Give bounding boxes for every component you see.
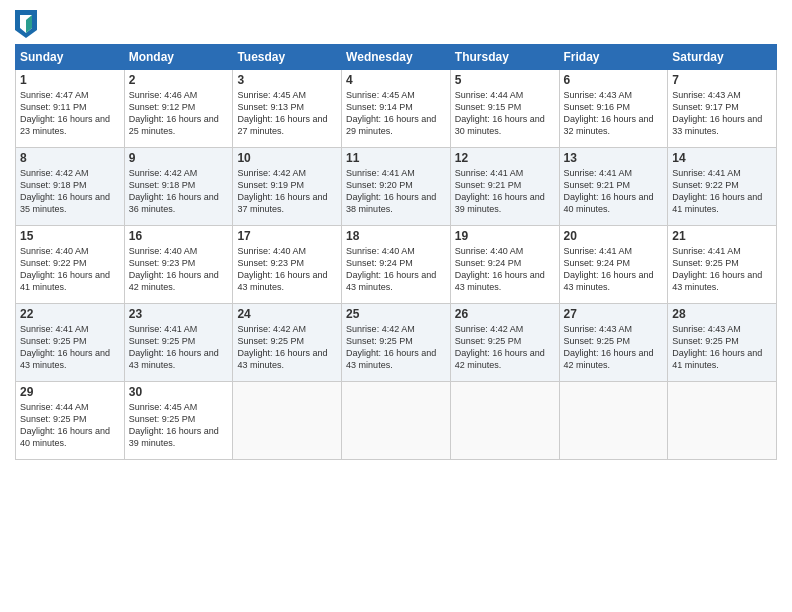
day-info: Sunrise: 4:41 AMSunset: 9:25 PMDaylight:… — [129, 323, 229, 372]
day-number: 15 — [20, 229, 120, 243]
day-info: Sunrise: 4:41 AMSunset: 9:25 PMDaylight:… — [20, 323, 120, 372]
calendar-cell: 21Sunrise: 4:41 AMSunset: 9:25 PMDayligh… — [668, 226, 777, 304]
day-number: 9 — [129, 151, 229, 165]
day-info: Sunrise: 4:44 AMSunset: 9:15 PMDaylight:… — [455, 89, 555, 138]
calendar-cell: 1Sunrise: 4:47 AMSunset: 9:11 PMDaylight… — [16, 70, 125, 148]
day-number: 29 — [20, 385, 120, 399]
calendar-cell: 9Sunrise: 4:42 AMSunset: 9:18 PMDaylight… — [124, 148, 233, 226]
day-number: 5 — [455, 73, 555, 87]
calendar-week-3: 15Sunrise: 4:40 AMSunset: 9:22 PMDayligh… — [16, 226, 777, 304]
calendar-cell: 24Sunrise: 4:42 AMSunset: 9:25 PMDayligh… — [233, 304, 342, 382]
day-info: Sunrise: 4:41 AMSunset: 9:22 PMDaylight:… — [672, 167, 772, 216]
calendar-cell: 2Sunrise: 4:46 AMSunset: 9:12 PMDaylight… — [124, 70, 233, 148]
day-info: Sunrise: 4:42 AMSunset: 9:25 PMDaylight:… — [346, 323, 446, 372]
calendar-cell: 14Sunrise: 4:41 AMSunset: 9:22 PMDayligh… — [668, 148, 777, 226]
day-number: 3 — [237, 73, 337, 87]
day-info: Sunrise: 4:41 AMSunset: 9:21 PMDaylight:… — [564, 167, 664, 216]
day-info: Sunrise: 4:41 AMSunset: 9:20 PMDaylight:… — [346, 167, 446, 216]
calendar-cell: 3Sunrise: 4:45 AMSunset: 9:13 PMDaylight… — [233, 70, 342, 148]
calendar-cell: 22Sunrise: 4:41 AMSunset: 9:25 PMDayligh… — [16, 304, 125, 382]
calendar-cell: 18Sunrise: 4:40 AMSunset: 9:24 PMDayligh… — [342, 226, 451, 304]
day-number: 19 — [455, 229, 555, 243]
day-info: Sunrise: 4:45 AMSunset: 9:25 PMDaylight:… — [129, 401, 229, 450]
calendar-cell: 23Sunrise: 4:41 AMSunset: 9:25 PMDayligh… — [124, 304, 233, 382]
col-monday: Monday — [124, 45, 233, 70]
calendar-table: Sunday Monday Tuesday Wednesday Thursday… — [15, 44, 777, 460]
day-number: 7 — [672, 73, 772, 87]
day-number: 17 — [237, 229, 337, 243]
logo-icon — [15, 10, 37, 38]
col-friday: Friday — [559, 45, 668, 70]
day-info: Sunrise: 4:41 AMSunset: 9:21 PMDaylight:… — [455, 167, 555, 216]
day-info: Sunrise: 4:44 AMSunset: 9:25 PMDaylight:… — [20, 401, 120, 450]
day-info: Sunrise: 4:45 AMSunset: 9:13 PMDaylight:… — [237, 89, 337, 138]
day-number: 11 — [346, 151, 446, 165]
header-row: Sunday Monday Tuesday Wednesday Thursday… — [16, 45, 777, 70]
calendar-cell — [233, 382, 342, 460]
col-tuesday: Tuesday — [233, 45, 342, 70]
calendar-cell: 28Sunrise: 4:43 AMSunset: 9:25 PMDayligh… — [668, 304, 777, 382]
day-number: 8 — [20, 151, 120, 165]
calendar-cell — [450, 382, 559, 460]
calendar-cell: 11Sunrise: 4:41 AMSunset: 9:20 PMDayligh… — [342, 148, 451, 226]
day-number: 23 — [129, 307, 229, 321]
col-wednesday: Wednesday — [342, 45, 451, 70]
calendar-week-4: 22Sunrise: 4:41 AMSunset: 9:25 PMDayligh… — [16, 304, 777, 382]
col-saturday: Saturday — [668, 45, 777, 70]
day-info: Sunrise: 4:41 AMSunset: 9:25 PMDaylight:… — [672, 245, 772, 294]
calendar-cell: 30Sunrise: 4:45 AMSunset: 9:25 PMDayligh… — [124, 382, 233, 460]
col-thursday: Thursday — [450, 45, 559, 70]
calendar-cell: 19Sunrise: 4:40 AMSunset: 9:24 PMDayligh… — [450, 226, 559, 304]
calendar-cell: 15Sunrise: 4:40 AMSunset: 9:22 PMDayligh… — [16, 226, 125, 304]
day-number: 26 — [455, 307, 555, 321]
day-number: 22 — [20, 307, 120, 321]
day-number: 21 — [672, 229, 772, 243]
day-number: 1 — [20, 73, 120, 87]
calendar-cell — [342, 382, 451, 460]
day-info: Sunrise: 4:41 AMSunset: 9:24 PMDaylight:… — [564, 245, 664, 294]
calendar-cell: 16Sunrise: 4:40 AMSunset: 9:23 PMDayligh… — [124, 226, 233, 304]
day-number: 16 — [129, 229, 229, 243]
calendar-cell: 8Sunrise: 4:42 AMSunset: 9:18 PMDaylight… — [16, 148, 125, 226]
day-info: Sunrise: 4:43 AMSunset: 9:16 PMDaylight:… — [564, 89, 664, 138]
day-info: Sunrise: 4:43 AMSunset: 9:17 PMDaylight:… — [672, 89, 772, 138]
day-info: Sunrise: 4:42 AMSunset: 9:25 PMDaylight:… — [237, 323, 337, 372]
calendar-week-5: 29Sunrise: 4:44 AMSunset: 9:25 PMDayligh… — [16, 382, 777, 460]
day-number: 13 — [564, 151, 664, 165]
day-info: Sunrise: 4:40 AMSunset: 9:23 PMDaylight:… — [237, 245, 337, 294]
calendar-week-2: 8Sunrise: 4:42 AMSunset: 9:18 PMDaylight… — [16, 148, 777, 226]
day-info: Sunrise: 4:45 AMSunset: 9:14 PMDaylight:… — [346, 89, 446, 138]
calendar-cell: 25Sunrise: 4:42 AMSunset: 9:25 PMDayligh… — [342, 304, 451, 382]
calendar-page: Sunday Monday Tuesday Wednesday Thursday… — [0, 0, 792, 612]
day-number: 10 — [237, 151, 337, 165]
calendar-cell: 4Sunrise: 4:45 AMSunset: 9:14 PMDaylight… — [342, 70, 451, 148]
day-info: Sunrise: 4:46 AMSunset: 9:12 PMDaylight:… — [129, 89, 229, 138]
calendar-cell: 5Sunrise: 4:44 AMSunset: 9:15 PMDaylight… — [450, 70, 559, 148]
day-info: Sunrise: 4:43 AMSunset: 9:25 PMDaylight:… — [564, 323, 664, 372]
day-info: Sunrise: 4:42 AMSunset: 9:25 PMDaylight:… — [455, 323, 555, 372]
calendar-week-1: 1Sunrise: 4:47 AMSunset: 9:11 PMDaylight… — [16, 70, 777, 148]
calendar-cell: 26Sunrise: 4:42 AMSunset: 9:25 PMDayligh… — [450, 304, 559, 382]
day-info: Sunrise: 4:40 AMSunset: 9:24 PMDaylight:… — [455, 245, 555, 294]
header — [15, 10, 777, 38]
day-info: Sunrise: 4:42 AMSunset: 9:18 PMDaylight:… — [20, 167, 120, 216]
logo — [15, 10, 40, 38]
calendar-cell: 20Sunrise: 4:41 AMSunset: 9:24 PMDayligh… — [559, 226, 668, 304]
calendar-cell — [559, 382, 668, 460]
calendar-cell: 7Sunrise: 4:43 AMSunset: 9:17 PMDaylight… — [668, 70, 777, 148]
day-number: 4 — [346, 73, 446, 87]
day-number: 25 — [346, 307, 446, 321]
calendar-cell: 12Sunrise: 4:41 AMSunset: 9:21 PMDayligh… — [450, 148, 559, 226]
day-info: Sunrise: 4:40 AMSunset: 9:24 PMDaylight:… — [346, 245, 446, 294]
day-info: Sunrise: 4:43 AMSunset: 9:25 PMDaylight:… — [672, 323, 772, 372]
day-number: 2 — [129, 73, 229, 87]
day-number: 14 — [672, 151, 772, 165]
day-number: 20 — [564, 229, 664, 243]
day-number: 6 — [564, 73, 664, 87]
calendar-cell: 6Sunrise: 4:43 AMSunset: 9:16 PMDaylight… — [559, 70, 668, 148]
day-number: 12 — [455, 151, 555, 165]
col-sunday: Sunday — [16, 45, 125, 70]
day-number: 18 — [346, 229, 446, 243]
day-number: 30 — [129, 385, 229, 399]
day-number: 27 — [564, 307, 664, 321]
